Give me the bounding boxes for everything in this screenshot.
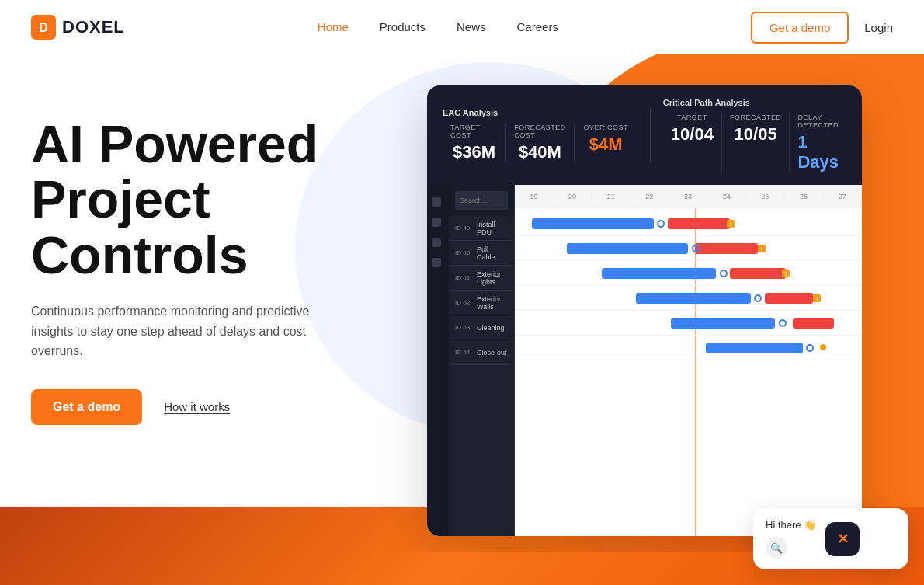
logo-text: DOXEL — [62, 17, 125, 37]
gantt-bar-row-1: ! — [515, 236, 862, 261]
stats-bar: EAC Analysis TARGET COST $36M FORECASTED… — [427, 85, 862, 185]
gantt-bar-row-0: ! — [515, 211, 862, 236]
chat-widget-content: Hi there 👋 🔍 — [766, 519, 816, 559]
dashboard-mockup: EAC Analysis TARGET COST $36M FORECASTED… — [427, 85, 862, 536]
gantt-row-0: ID 49 Install PDU — [449, 216, 514, 241]
hero-demo-button[interactable]: Get a demo — [31, 389, 142, 425]
nav-news[interactable]: News — [457, 20, 486, 33]
gantt-row-2: ID 51 Exterior Lights — [449, 266, 514, 291]
gantt-row-1: ID 50 Pull Cable — [449, 241, 514, 266]
chat-avatar[interactable]: ✕ — [825, 522, 860, 556]
bar-delay-2 — [730, 268, 786, 279]
nav-home[interactable]: Home — [318, 20, 349, 33]
gantt-icon-3 — [432, 238, 441, 247]
stat-label-1: FORECASTED COST — [514, 124, 566, 139]
chat-widget[interactable]: Hi there 👋 🔍 ✕ — [753, 508, 908, 569]
bar-marker-4 — [779, 319, 787, 327]
hero-actions: Get a demo How it works — [31, 389, 342, 425]
logo[interactable]: D DOXEL — [31, 15, 125, 40]
doxel-logo-icon: D — [31, 15, 56, 40]
stat-label-0: TARGET COST — [450, 124, 498, 139]
hero-subtitle: Continuous performance monitoring and pr… — [31, 301, 326, 361]
gantt-icon-2 — [432, 218, 441, 227]
bar-planned-3 — [636, 293, 751, 304]
bar-delay-1 — [695, 243, 757, 254]
bar-delay-4 — [793, 318, 835, 329]
mockup-card: EAC Analysis TARGET COST $36M FORECASTED… — [427, 85, 862, 536]
bar-dot-5 — [820, 344, 826, 350]
chat-greeting: Hi there 👋 — [766, 519, 816, 531]
nav-right: Get a demo Login — [751, 12, 893, 44]
nav-products[interactable]: Products — [380, 20, 426, 33]
stat-value-5: 1 Days — [797, 132, 839, 172]
nav-links: Home Products News Careers — [318, 20, 558, 34]
bar-planned-0 — [532, 218, 653, 229]
bar-warning-0: ! — [727, 220, 735, 228]
stat-value-3: 10/04 — [671, 124, 714, 145]
hero-content: AI Powered Project Controls Continuous p… — [16, 101, 357, 440]
how-it-works-button[interactable]: How it works — [164, 400, 230, 413]
svg-text:D: D — [39, 21, 48, 34]
chat-logo-icon: ✕ — [837, 531, 849, 548]
stat-label-2: OVER COST — [583, 124, 628, 131]
gantt-area: ID 49 Install PDU ID 50 Pull Cable ID 51… — [427, 185, 862, 536]
gantt-bar-row-5 — [515, 336, 862, 360]
bar-planned-2 — [602, 268, 717, 279]
critical-path-label: Critical Path Analysis — [663, 98, 846, 107]
gantt-bar-row-2: ! — [515, 261, 862, 286]
stat-value-4: 10/05 — [735, 124, 777, 145]
gantt-icon-1 — [432, 197, 441, 207]
gantt-icon-4 — [432, 258, 441, 267]
bar-warning-1: ! — [758, 245, 766, 252]
stat-label-3: TARGET — [677, 113, 707, 121]
gantt-icons — [427, 185, 449, 536]
nav-demo-button[interactable]: Get a demo — [751, 12, 849, 44]
stat-value-1: $40M — [519, 142, 561, 162]
bar-marker-5 — [806, 344, 814, 352]
bar-marker-3 — [754, 294, 762, 302]
bar-warning-3: ! — [813, 294, 821, 302]
bar-delay-0 — [668, 218, 730, 229]
nav-careers[interactable]: Careers — [517, 20, 558, 33]
gantt-row-4: ID 53 Cleaning — [449, 315, 514, 340]
bar-planned-5 — [706, 343, 803, 353]
nav-login-button[interactable]: Login — [864, 21, 893, 34]
bar-delay-3 — [765, 293, 814, 304]
stat-value-0: $36M — [453, 142, 495, 162]
gantt-search-input[interactable] — [455, 191, 508, 210]
stat-label-4: FORECASTED — [730, 113, 782, 121]
bar-planned-4 — [671, 318, 775, 329]
bar-planned-1 — [567, 243, 688, 254]
chat-icon-search[interactable]: 🔍 — [766, 537, 787, 559]
bar-marker-1 — [692, 245, 700, 252]
gantt-bars-area: ! ! — [515, 208, 862, 536]
stat-value-2: $4M — [589, 134, 623, 155]
bar-warning-2: ! — [782, 270, 790, 277]
stat-label-5: DELAY DETECTED — [797, 113, 839, 129]
hero-section: AI Powered Project Controls Continuous p… — [0, 54, 924, 552]
hero-title: AI Powered Project Controls — [31, 117, 342, 283]
gantt-bar-row-3: ! — [515, 286, 862, 311]
gantt-row-5: ID 54 Close-out — [449, 340, 514, 365]
gantt-bar-row-4 — [515, 311, 862, 336]
navbar: D DOXEL Home Products News Careers Get a… — [0, 0, 924, 54]
gantt-chart: 19 20 21 22 23 24 25 26 27 — [515, 185, 862, 536]
gantt-row-3: ID 52 Exterior Walls — [449, 291, 514, 315]
eac-label: EAC Analysis — [443, 108, 637, 117]
bar-marker-2 — [720, 270, 728, 277]
gantt-search-container — [449, 185, 514, 216]
gantt-sidebar: ID 49 Install PDU ID 50 Pull Cable ID 51… — [449, 185, 515, 536]
gantt-header: 19 20 21 22 23 24 25 26 27 — [515, 185, 862, 208]
bar-marker-0 — [657, 220, 665, 228]
